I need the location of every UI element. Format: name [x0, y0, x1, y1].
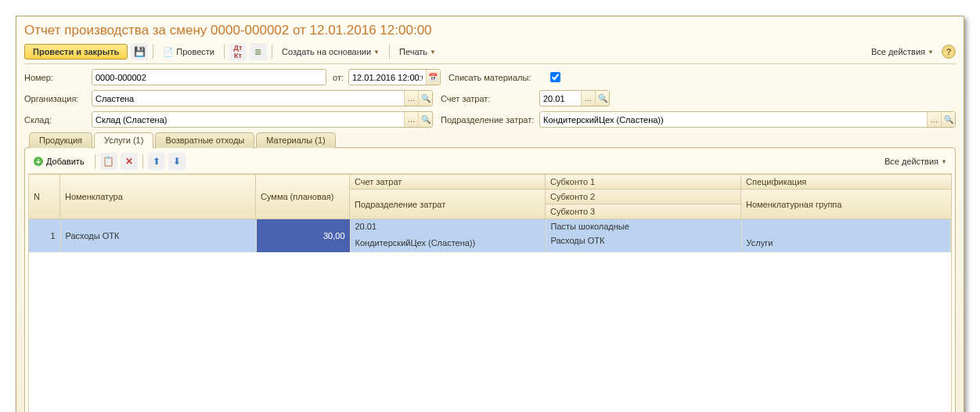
ellipsis-icon[interactable]: … [581, 91, 595, 106]
cell-schet[interactable]: 20.01 [350, 219, 546, 233]
tab-all-actions-label: Все действия [885, 157, 939, 166]
lookup-icon[interactable]: 🔍 [941, 112, 955, 127]
move-up-icon[interactable]: ⬆ [148, 153, 165, 170]
chevron-down-icon: ▼ [430, 49, 436, 56]
move-down-icon[interactable]: ⬇ [168, 153, 186, 170]
cell-sub2[interactable]: Расходы ОТК [546, 233, 741, 248]
org-input-wrap: … 🔍 [92, 90, 433, 107]
copy-icon[interactable]: 📋 [100, 153, 117, 170]
from-label: от: [333, 73, 344, 82]
account-input-wrap: … 🔍 [539, 90, 610, 107]
print-label: Печать [399, 47, 427, 56]
form-row-number: Номер: от: 📅 Списать материалы: [24, 69, 956, 85]
col-nomen[interactable]: Номенклатура [60, 175, 256, 219]
col-schet[interactable]: Счет затрат [350, 175, 546, 190]
write-off-label: Списать материалы: [449, 73, 542, 82]
separator [95, 154, 95, 168]
ellipsis-icon[interactable]: … [927, 112, 941, 127]
lookup-icon[interactable]: 🔍 [418, 112, 432, 127]
dept-input[interactable] [540, 112, 927, 127]
warehouse-input[interactable] [92, 112, 404, 127]
separator [272, 45, 272, 59]
ellipsis-icon[interactable]: … [404, 112, 418, 127]
warehouse-label: Склад: [24, 115, 87, 125]
structure-icon[interactable]: ≣ [250, 43, 267, 60]
col-sub2[interactable]: Субконто 2 [546, 190, 741, 204]
org-input[interactable] [92, 91, 404, 106]
lookup-icon[interactable]: 🔍 [418, 91, 432, 106]
help-icon[interactable]: ? [942, 45, 956, 59]
form-row-org: Организация: … 🔍 Счет затрат: … 🔍 [24, 90, 956, 107]
dept-label: Подразделение затрат: [441, 115, 535, 125]
dept-input-wrap: … 🔍 [539, 111, 956, 128]
table-row[interactable]: 1 Расходы ОТК 30,00 20.01 Пасты шоколадн… [29, 219, 951, 233]
col-n[interactable]: N [29, 175, 60, 219]
dt-kt-icon[interactable]: ДтКт [229, 43, 247, 60]
create-based-on-button[interactable]: Создать на основании ▼ [277, 45, 384, 58]
ellipsis-icon[interactable]: … [404, 91, 418, 106]
cell-nomgrp[interactable]: Услуги [741, 233, 951, 252]
lookup-icon[interactable]: 🔍 [595, 91, 609, 106]
separator [224, 45, 225, 59]
warehouse-input-wrap: … 🔍 [92, 111, 433, 128]
col-spec[interactable]: Спецификация [741, 175, 952, 190]
tab-toolbar: + Добавить 📋 ✕ ⬆ ⬇ Все действия ▼ [28, 151, 952, 174]
cell-sub3[interactable] [546, 248, 741, 252]
save-icon[interactable]: 💾 [131, 43, 148, 60]
chevron-down-icon: ▼ [941, 158, 947, 165]
tab-returns[interactable]: Возвратные отходы [155, 132, 254, 148]
org-label: Организация: [24, 94, 87, 103]
all-actions-button[interactable]: Все действия ▼ [867, 45, 939, 58]
document-window: Отчет производства за смену 0000-000002 … [16, 16, 964, 412]
number-label: Номер: [24, 73, 87, 82]
post-button-label: Провести [176, 47, 214, 56]
write-off-checkbox[interactable] [550, 72, 560, 82]
cell-podrazd[interactable]: КондитерскийЦех (Сластена)) [350, 233, 546, 252]
account-label: Счет затрат: [441, 94, 535, 103]
number-input-wrap [92, 69, 326, 85]
chevron-down-icon: ▼ [373, 49, 380, 56]
grid-body-wrap[interactable]: 1 Расходы ОТК 30,00 20.01 Пасты шоколадн… [28, 219, 952, 412]
col-podrazd[interactable]: Подразделение затрат [350, 190, 546, 219]
tab-materials[interactable]: Материалы (1) [256, 132, 335, 148]
grid-header: N Номенклатура Сумма (плановая) Счет зат… [28, 174, 952, 219]
date-input-wrap: 📅 [348, 69, 441, 85]
tab-services[interactable]: Услуги (1) [94, 132, 153, 148]
create-based-on-label: Создать на основании [282, 47, 371, 56]
separator [153, 45, 153, 59]
add-label: Добавить [46, 157, 85, 166]
cell-nomen[interactable]: Расходы ОТК [60, 219, 256, 252]
tab-pane-services: + Добавить 📋 ✕ ⬆ ⬇ Все действия ▼ N Номе… [24, 147, 956, 412]
date-input[interactable] [349, 70, 426, 85]
main-toolbar: Провести и закрыть 💾 📄 Провести ДтКт ≣ С… [24, 43, 956, 64]
cell-sub1[interactable]: Пасты шоколадные [546, 219, 741, 233]
plus-icon: + [34, 157, 43, 166]
col-sum[interactable]: Сумма (плановая) [256, 175, 350, 219]
separator [389, 45, 390, 59]
cell-spec[interactable] [741, 219, 951, 233]
col-sub3[interactable]: Субконто 3 [546, 204, 741, 219]
col-sub1[interactable]: Субконто 1 [546, 175, 741, 190]
account-input[interactable] [540, 91, 581, 106]
chevron-down-icon: ▼ [928, 49, 934, 56]
document-icon: 📄 [163, 47, 174, 57]
col-nomgrp[interactable]: Номенклатурная группа [741, 190, 952, 219]
tab-products[interactable]: Продукция [29, 132, 92, 148]
cell-n[interactable]: 1 [29, 219, 60, 252]
post-button[interactable]: 📄 Провести [158, 45, 219, 59]
add-button[interactable]: + Добавить [28, 154, 90, 168]
number-input[interactable] [92, 70, 326, 85]
post-and-close-button[interactable]: Провести и закрыть [24, 44, 128, 60]
calendar-icon[interactable]: 📅 [426, 70, 440, 85]
delete-icon[interactable]: ✕ [121, 153, 138, 170]
print-button[interactable]: Печать ▼ [395, 45, 441, 58]
separator [142, 154, 143, 168]
cell-sum[interactable]: 30,00 [256, 219, 350, 252]
all-actions-label: Все действия [871, 47, 925, 56]
tab-all-actions-button[interactable]: Все действия ▼ [880, 155, 952, 168]
window-title: Отчет производства за смену 0000-000002 … [24, 23, 956, 38]
grid-body: 1 Расходы ОТК 30,00 20.01 Пасты шоколадн… [29, 219, 951, 252]
form-row-sklad: Склад: … 🔍 Подразделение затрат: … 🔍 [24, 111, 956, 128]
tab-bar: Продукция Услуги (1) Возвратные отходы М… [24, 132, 956, 148]
